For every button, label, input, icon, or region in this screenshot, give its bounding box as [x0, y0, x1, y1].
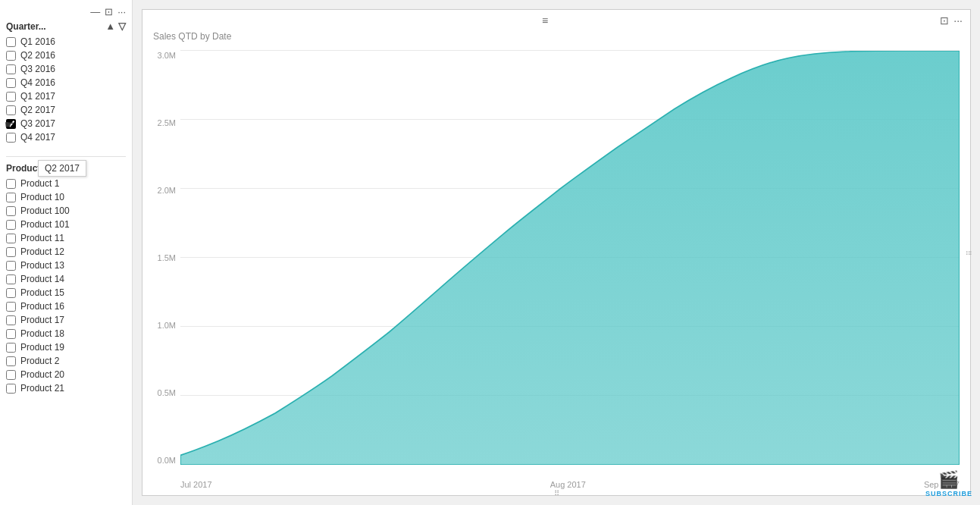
- product-item-label: Product 21: [20, 383, 64, 394]
- product-checkbox-17[interactable]: [6, 315, 16, 325]
- product-item-12[interactable]: Product 12: [6, 245, 126, 259]
- x-label-aug: Aug 2017: [550, 480, 586, 489]
- more-options-icon[interactable]: ···: [117, 6, 126, 17]
- product-item-label: Product 17: [20, 315, 64, 325]
- sort-desc-icon[interactable]: ▽: [118, 20, 126, 32]
- resize-dots-right: ⠿: [964, 250, 972, 256]
- y-axis: 0.0M 0.5M 1.0M 1.5M 2.0M 2.5M 3.0M: [142, 51, 180, 465]
- chart-toolbar: ≡ ⊡ ···: [142, 10, 970, 31]
- chart-toolbar-right: ⊡ ···: [940, 14, 963, 27]
- product-item-1[interactable]: Product 1: [6, 177, 126, 190]
- subscribe-icon: 🎬: [938, 470, 959, 490]
- product-item-label: Product 100: [20, 205, 70, 216]
- chart-container: ≡ ⊡ ··· Sales QTD by Date 0.0M 0.5M 1.0M…: [142, 9, 971, 496]
- product-checkbox-16[interactable]: [6, 302, 16, 312]
- chart-menu-icon[interactable]: ≡: [542, 14, 548, 27]
- quarter-item-label: Q2 2016: [20, 50, 55, 61]
- chart-expand-icon[interactable]: ⊡: [940, 14, 949, 27]
- y-label-05: 0.5M: [142, 388, 180, 397]
- main-area: ≡ ⊡ ··· Sales QTD by Date 0.0M 0.5M 1.0M…: [133, 0, 980, 505]
- chart-body: 0.0M 0.5M 1.0M 1.5M 2.0M 2.5M 3.0M: [142, 45, 970, 495]
- quarter-item-label: Q3 2016: [20, 64, 55, 74]
- product-checkbox-19[interactable]: [6, 343, 16, 353]
- product-item-13[interactable]: Product 13: [6, 259, 126, 272]
- quarter-checkbox-q2-2017[interactable]: [6, 105, 16, 115]
- resize-dots-bottom: ⠿: [554, 489, 559, 497]
- y-label-0: 0.0M: [142, 456, 180, 465]
- quarter-filter-header: Quarter... ▲ ▽: [6, 20, 126, 32]
- y-label-1: 1.0M: [142, 321, 180, 330]
- panel-toolbar: — ⊡ ···: [0, 6, 132, 20]
- product-item-19[interactable]: Product 19: [6, 340, 126, 354]
- product-checkbox-14[interactable]: [6, 274, 16, 284]
- chart-title: Sales QTD by Date: [142, 31, 970, 45]
- product-item-15[interactable]: Product 15: [6, 286, 126, 300]
- product-item-label: Product 20: [20, 369, 64, 380]
- product-item-10[interactable]: Product 10: [6, 190, 126, 204]
- quarter-item-label: Q1 2017: [20, 91, 55, 102]
- quarter-item-q1-2016[interactable]: Q1 2016: [6, 35, 126, 49]
- x-axis: Jul 2017 Aug 2017 Sep 2017: [180, 480, 960, 489]
- quarter-item-q4-2016[interactable]: Q4 2016: [6, 76, 126, 89]
- quarter-item-label: Q4 2017: [20, 132, 55, 143]
- quarter-item-q3-2017[interactable]: Q3 2017 ☛: [6, 117, 126, 130]
- product-item-label: Product 19: [20, 342, 64, 353]
- area-chart: [180, 51, 960, 465]
- product-item-2[interactable]: Product 2: [6, 354, 126, 368]
- product-checkbox-11[interactable]: [6, 234, 16, 243]
- quarter-item-q1-2017[interactable]: Q1 2017: [6, 89, 126, 103]
- area-path: [180, 51, 960, 465]
- product-item-100[interactable]: Product 100: [6, 204, 126, 218]
- product-item-101[interactable]: Product 101: [6, 218, 126, 231]
- quarter-item-q3-2016[interactable]: Q3 2016: [6, 62, 126, 76]
- product-item-label: Product 13: [20, 260, 64, 271]
- quarter-label: Quarter...: [6, 21, 46, 32]
- resize-handle-right[interactable]: ⠿: [966, 237, 970, 268]
- product-checkbox-13[interactable]: [6, 261, 16, 271]
- product-checkbox-20[interactable]: [6, 370, 16, 380]
- product-checkbox-18[interactable]: [6, 329, 16, 339]
- sort-asc-icon[interactable]: ▲: [105, 20, 115, 32]
- product-checkbox-15[interactable]: [6, 288, 16, 298]
- product-item-18[interactable]: Product 18: [6, 327, 126, 340]
- quarter-item-q2-2016[interactable]: Q2 2016: [6, 49, 126, 62]
- panel-divider: [6, 156, 126, 157]
- y-label-15: 1.5M: [142, 253, 180, 262]
- product-item-17[interactable]: Product 17: [6, 313, 126, 327]
- product-checkbox-12[interactable]: [6, 247, 16, 257]
- quarter-checkbox-q2-2016[interactable]: [6, 51, 16, 61]
- product-checkbox-10[interactable]: [6, 193, 16, 202]
- product-item-label: Product 15: [20, 287, 64, 298]
- product-filter-section: Product Name Product 1 Product 10 Produc…: [0, 163, 132, 499]
- quarter-sort-controls: ▲ ▽: [105, 20, 126, 32]
- quarter-checkbox-q1-2016[interactable]: [6, 37, 16, 47]
- product-item-label: Product 2: [20, 356, 59, 366]
- product-item-16[interactable]: Product 16: [6, 300, 126, 313]
- product-checkbox-21[interactable]: [6, 384, 16, 394]
- product-item-21[interactable]: Product 21: [6, 381, 126, 395]
- cursor-pointer-icon: ☛: [5, 118, 14, 130]
- quarter-item-q4-2017[interactable]: Q4 2017: [6, 130, 126, 144]
- chart-svg: [180, 51, 960, 465]
- quarter-tooltip: Q2 2017: [38, 160, 86, 177]
- product-checkbox-2[interactable]: [6, 356, 16, 366]
- chart-more-icon[interactable]: ···: [953, 14, 963, 27]
- quarter-item-label: Q1 2016: [20, 36, 55, 47]
- product-checkbox-100[interactable]: [6, 206, 16, 216]
- quarter-checkbox-q4-2016[interactable]: [6, 78, 16, 88]
- quarter-checkbox-q3-2016[interactable]: [6, 64, 16, 74]
- product-item-label: Product 10: [20, 192, 64, 202]
- product-item-20[interactable]: Product 20: [6, 368, 126, 381]
- product-item-label: Product 11: [20, 233, 64, 243]
- resize-handle-bottom[interactable]: ⠿: [541, 491, 571, 495]
- product-item-11[interactable]: Product 11: [6, 231, 126, 245]
- quarter-checkbox-q4-2017[interactable]: [6, 133, 16, 143]
- product-item-label: Product 14: [20, 274, 64, 284]
- minimize-icon[interactable]: —: [90, 6, 100, 17]
- quarter-item-q2-2017[interactable]: Q2 2017: [6, 103, 126, 117]
- quarter-checkbox-q1-2017[interactable]: [6, 92, 16, 102]
- product-item-14[interactable]: Product 14: [6, 272, 126, 286]
- product-checkbox-101[interactable]: [6, 220, 16, 230]
- product-checkbox-1[interactable]: [6, 179, 16, 189]
- expand-icon[interactable]: ⊡: [105, 6, 113, 17]
